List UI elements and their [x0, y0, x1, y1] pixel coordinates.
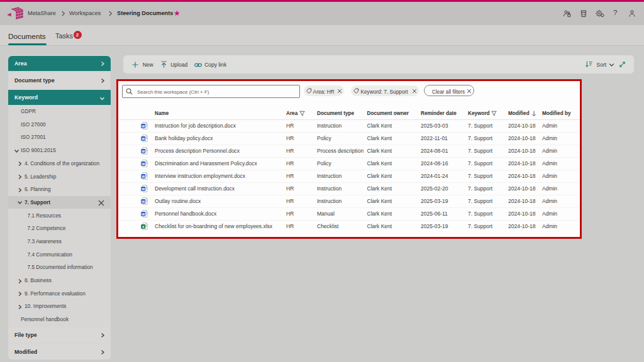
svg-text:W: W	[142, 162, 145, 166]
svg-text:W: W	[142, 200, 145, 204]
svg-text:X: X	[142, 225, 144, 229]
svg-text:W: W	[142, 137, 145, 141]
svg-text:W: W	[142, 150, 145, 153]
svg-text:W: W	[142, 124, 145, 128]
svg-text:W: W	[142, 175, 145, 178]
svg-text:W: W	[142, 187, 145, 191]
svg-text:W: W	[142, 212, 145, 216]
